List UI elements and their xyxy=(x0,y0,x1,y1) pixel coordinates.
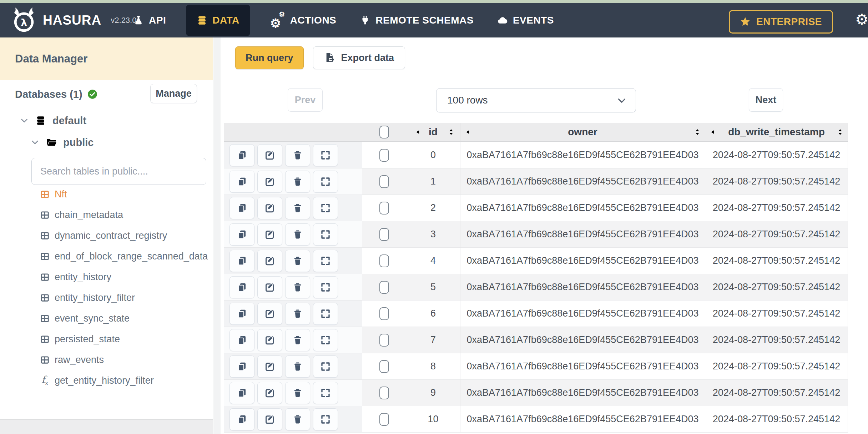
collapse-column-icon[interactable] xyxy=(709,128,717,136)
run-query-button[interactable]: Run query xyxy=(235,46,304,69)
clone-row-button[interactable] xyxy=(229,197,254,219)
expand-row-button[interactable] xyxy=(313,382,338,404)
row-checkbox[interactable] xyxy=(379,360,389,373)
select-all-checkbox[interactable] xyxy=(379,126,389,138)
sidebar-item-table-nft[interactable]: Nft xyxy=(0,184,213,205)
edit-row-button[interactable] xyxy=(257,223,282,246)
delete-row-button[interactable] xyxy=(285,303,310,325)
delete-row-button[interactable] xyxy=(285,329,310,351)
clone-row-button[interactable] xyxy=(229,303,254,325)
chevron-down-icon[interactable] xyxy=(20,116,29,125)
expand-row-button[interactable] xyxy=(313,197,338,219)
row-checkbox[interactable] xyxy=(379,307,389,320)
edit-row-button[interactable] xyxy=(257,303,282,325)
row-checkbox[interactable] xyxy=(379,202,389,215)
edit-row-button[interactable] xyxy=(257,144,282,166)
edit-row-button[interactable] xyxy=(257,171,282,193)
sidebar-item-table-raw_events[interactable]: raw_events xyxy=(0,349,213,370)
clone-row-button[interactable] xyxy=(229,223,254,246)
sidebar-item-function-get_entity_history_filter[interactable]: fxget_entity_history_filter xyxy=(0,370,213,391)
row-checkbox[interactable] xyxy=(379,175,389,188)
manage-button[interactable]: Manage xyxy=(150,84,197,103)
nav-item-api[interactable]: API xyxy=(130,5,170,36)
sidebar-item-table-end_of_block_range_scanned_data[interactable]: end_of_block_range_scanned_data xyxy=(0,246,213,267)
row-checkbox[interactable] xyxy=(379,281,389,294)
edit-row-button[interactable] xyxy=(257,197,282,219)
nav-item-data[interactable]: DATA xyxy=(186,5,250,36)
expand-row-button[interactable] xyxy=(313,144,338,166)
table-name-label: chain_metadata xyxy=(55,210,123,221)
sort-icon[interactable] xyxy=(836,128,844,136)
row-checkbox-cell xyxy=(362,380,406,406)
clone-row-button[interactable] xyxy=(229,382,254,404)
chevron-down-icon[interactable] xyxy=(30,138,40,147)
delete-row-button[interactable] xyxy=(285,171,310,193)
row-checkbox[interactable] xyxy=(379,334,389,347)
clone-row-button[interactable] xyxy=(229,329,254,351)
row-checkbox[interactable] xyxy=(379,254,389,267)
header-db-write-timestamp[interactable]: db_write_timestamp xyxy=(705,123,848,142)
sidebar-item-table-chain_metadata[interactable]: chain_metadata xyxy=(0,205,213,225)
expand-row-button[interactable] xyxy=(313,355,338,378)
hasura-logo[interactable]: HASURA v2.23.0 xyxy=(11,3,136,37)
sidebar-item-table-persisted_state[interactable]: persisted_state xyxy=(0,329,213,349)
collapse-column-icon[interactable] xyxy=(414,128,422,136)
sidebar-item-table-entity_history[interactable]: entity_history xyxy=(0,267,213,287)
collapse-column-icon[interactable] xyxy=(464,128,472,136)
sort-icon[interactable] xyxy=(447,128,455,136)
sidebar-item-table-event_sync_state[interactable]: event_sync_state xyxy=(0,308,213,329)
delete-row-button[interactable] xyxy=(285,223,310,246)
enterprise-button[interactable]: ENTERPRISE xyxy=(729,10,833,34)
settings-gear-icon[interactable]: ⚙ xyxy=(855,11,868,28)
delete-row-button[interactable] xyxy=(285,276,310,298)
edit-row-button[interactable] xyxy=(257,382,282,404)
clone-row-button[interactable] xyxy=(229,144,254,166)
export-data-button[interactable]: Export data xyxy=(313,46,405,69)
expand-row-button[interactable] xyxy=(313,171,338,193)
nav-item-events[interactable]: EVENTS xyxy=(494,5,557,36)
row-checkbox[interactable] xyxy=(379,413,389,426)
next-page-button[interactable]: Next xyxy=(749,88,783,112)
expand-row-button[interactable] xyxy=(313,223,338,246)
sort-icon[interactable] xyxy=(693,128,701,136)
edit-row-button[interactable] xyxy=(257,250,282,272)
delete-row-button[interactable] xyxy=(285,144,310,166)
nav-item-actions[interactable]: ⚙⚙ACTIONS xyxy=(267,5,340,36)
expand-row-button[interactable] xyxy=(313,276,338,298)
clone-row-button[interactable] xyxy=(229,276,254,298)
sidebar-item-table-dynamic_contract_registry[interactable]: dynamic_contract_registry xyxy=(0,225,213,246)
copy-icon xyxy=(237,335,247,345)
sidebar-item-table-entity_history_filter[interactable]: entity_history_filter xyxy=(0,287,213,308)
prev-page-button[interactable]: Prev xyxy=(288,88,323,112)
expand-row-button[interactable] xyxy=(313,408,338,430)
search-tables-input[interactable] xyxy=(31,158,206,185)
clone-row-button[interactable] xyxy=(229,408,254,430)
delete-row-button[interactable] xyxy=(285,250,310,272)
expand-row-button[interactable] xyxy=(313,329,338,351)
delete-row-button[interactable] xyxy=(285,408,310,430)
row-checkbox[interactable] xyxy=(379,149,389,162)
edit-row-button[interactable] xyxy=(257,329,282,351)
row-checkbox[interactable] xyxy=(379,387,389,399)
rows-per-page-select[interactable]: 100 rows xyxy=(436,88,636,112)
edit-row-button[interactable] xyxy=(257,355,282,378)
delete-row-button[interactable] xyxy=(285,382,310,404)
sidebar-header: Data Manager xyxy=(0,37,213,80)
cell-owner: 0xaBA7161A7fb69c88e16ED9f455CE62B791EE4D… xyxy=(460,301,705,327)
clone-row-button[interactable] xyxy=(229,171,254,193)
sidebar-scrollbar[interactable] xyxy=(213,37,221,434)
header-id[interactable]: id xyxy=(406,123,460,142)
edit-row-button[interactable] xyxy=(257,276,282,298)
row-checkbox[interactable] xyxy=(379,228,389,241)
expand-row-button[interactable] xyxy=(313,303,338,325)
expand-row-button[interactable] xyxy=(313,250,338,272)
header-owner[interactable]: owner xyxy=(460,123,705,142)
delete-row-button[interactable] xyxy=(285,197,310,219)
nav-item-remote-schemas[interactable]: REMOTE SCHEMAS xyxy=(356,5,477,36)
clone-row-button[interactable] xyxy=(229,250,254,272)
tree-item-default-database[interactable]: default xyxy=(0,111,213,131)
delete-row-button[interactable] xyxy=(285,355,310,378)
clone-row-button[interactable] xyxy=(229,355,254,378)
tree-item-public-schema[interactable]: public xyxy=(0,132,213,152)
edit-row-button[interactable] xyxy=(257,408,282,430)
